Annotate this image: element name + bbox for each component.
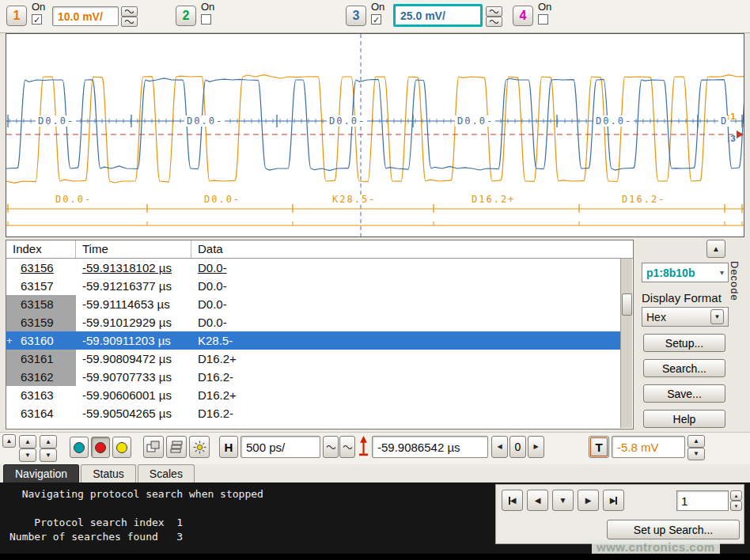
- search-index-input[interactable]: [676, 490, 729, 511]
- zero-position-button[interactable]: 0: [509, 436, 526, 458]
- cell-index[interactable]: 63163: [6, 386, 76, 404]
- cell-data[interactable]: D16.2-: [191, 368, 621, 386]
- cell-data[interactable]: D16.2-: [191, 404, 621, 422]
- channel-2-button[interactable]: 2: [176, 6, 196, 26]
- cell-index[interactable]: 63156: [6, 259, 76, 277]
- table-scrollbar[interactable]: [620, 259, 632, 428]
- cell-time[interactable]: -59.91216377 µs: [76, 277, 191, 295]
- trigger-level-value[interactable]: -5.8 mV: [612, 436, 685, 458]
- search-button[interactable]: Search...: [643, 359, 725, 377]
- cell-index[interactable]: 63157: [6, 277, 76, 295]
- channel-1-on-checkbox[interactable]: ✓: [32, 14, 42, 25]
- channel-4-on-checkbox[interactable]: [538, 14, 548, 25]
- channel-3-scale-down-button[interactable]: [486, 17, 502, 27]
- column-header-index[interactable]: Index: [6, 240, 76, 258]
- layers-button[interactable]: [166, 436, 187, 458]
- channel-3-scale-value[interactable]: 25.0 mV/: [393, 4, 483, 27]
- cell-index[interactable]: 63159: [6, 313, 76, 331]
- cell-index[interactable]: 63158: [6, 295, 76, 313]
- table-row[interactable]: 63158-59.91114653 µsD0.0-: [6, 295, 621, 313]
- single-button[interactable]: [112, 437, 131, 458]
- cell-data[interactable]: D16.2+: [191, 386, 621, 404]
- cell-data[interactable]: D0.0-: [191, 259, 621, 277]
- search-down-button[interactable]: ▼: [552, 490, 574, 511]
- set-up-search-button[interactable]: Set up Search...: [607, 520, 740, 539]
- waveform-display[interactable]: D0.0-D0.0-D0.0-D0.0-D0.0-DD0.0-D0.0-K28.…: [6, 33, 744, 237]
- search-first-button[interactable]: ◀: [502, 490, 523, 511]
- horizontal-position-value[interactable]: -59.9086542 µs: [372, 436, 488, 458]
- search-prev-button[interactable]: ◀: [527, 490, 548, 511]
- table-row[interactable]: 63159-59.91012929 µsD0.0-: [6, 313, 621, 331]
- sine-icon: [123, 8, 135, 15]
- index-down-button[interactable]: ▼: [730, 501, 742, 511]
- cell-data[interactable]: D0.0-: [191, 277, 621, 295]
- trigger-level-up-button[interactable]: ▲: [688, 435, 705, 448]
- save-button[interactable]: Save...: [643, 384, 725, 403]
- table-row[interactable]: 63161-59.90809472 µsD16.2+: [6, 350, 621, 368]
- step-left-button[interactable]: ◀: [491, 436, 508, 458]
- channel-3-button[interactable]: 3: [346, 6, 366, 26]
- decode-collapse-button[interactable]: ▲: [706, 240, 725, 258]
- table-row[interactable]: 63163-59.90606001 µsD16.2+: [6, 386, 621, 404]
- channel-1-scale-value[interactable]: 10.0 mV/: [52, 6, 119, 26]
- scrollbar-thumb[interactable]: [622, 293, 632, 316]
- adjust-up-button[interactable]: ▲: [19, 435, 36, 448]
- stop-button[interactable]: [91, 437, 110, 458]
- channel-3-on-checkbox[interactable]: ✓: [371, 14, 381, 25]
- timebase-zoom-in-button[interactable]: [339, 436, 355, 458]
- cell-time[interactable]: -59.91012929 µs: [76, 313, 191, 331]
- search-next-button[interactable]: ▶: [578, 490, 599, 511]
- adjust-down-button[interactable]: ▼: [40, 448, 57, 462]
- step-right-button[interactable]: ▶: [528, 436, 544, 458]
- column-header-data[interactable]: Data: [191, 240, 633, 258]
- table-row[interactable]: 63162-59.90707733 µsD16.2-: [6, 368, 621, 386]
- table-row[interactable]: 63156-59.91318102 µsD0.0-: [6, 259, 621, 277]
- cell-index[interactable]: 63162: [6, 368, 76, 386]
- pan-up-button[interactable]: ▲: [2, 434, 16, 448]
- channel-2-on-checkbox[interactable]: [201, 14, 211, 25]
- tab-scales[interactable]: Scales: [138, 464, 195, 482]
- cell-time[interactable]: -59.91114653 µs: [76, 295, 191, 313]
- tab-status[interactable]: Status: [81, 464, 136, 482]
- cell-index[interactable]: 63160: [6, 331, 76, 350]
- help-button[interactable]: Help: [643, 410, 725, 428]
- cell-data[interactable]: D0.0-: [191, 313, 621, 331]
- cell-index[interactable]: 63164: [6, 404, 76, 422]
- horizontal-scale-button[interactable]: H: [219, 436, 238, 458]
- trigger-level-down-button[interactable]: ▼: [688, 448, 705, 460]
- table-row[interactable]: 63164-59.90504265 µsD16.2-: [6, 404, 621, 422]
- display-format-dropdown[interactable]: Hex ▼: [642, 307, 729, 327]
- cell-time[interactable]: -59.90606001 µs: [76, 386, 191, 404]
- cell-data[interactable]: D0.0-: [191, 295, 621, 313]
- cell-time[interactable]: -59.90911203 µs: [76, 331, 191, 350]
- cell-data[interactable]: K28.5-: [191, 331, 621, 350]
- brightness-button[interactable]: [189, 436, 210, 458]
- column-header-time[interactable]: Time: [76, 240, 191, 258]
- timebase-scale-value[interactable]: 500 ps/: [241, 436, 320, 458]
- channel-1-button[interactable]: 1: [6, 6, 27, 26]
- setup-button[interactable]: Setup...: [643, 334, 725, 352]
- run-button[interactable]: [70, 437, 89, 458]
- decode-tab-label[interactable]: Decode: [729, 261, 741, 301]
- cell-time[interactable]: -59.90504265 µs: [76, 404, 191, 422]
- cell-time[interactable]: -59.91318102 µs: [76, 259, 191, 277]
- search-last-button[interactable]: ▶: [603, 490, 624, 511]
- cell-time[interactable]: -59.90707733 µs: [76, 368, 191, 386]
- index-up-button[interactable]: ▲: [730, 490, 742, 501]
- adjust-up-button[interactable]: ▲: [40, 435, 57, 448]
- cell-index[interactable]: 63161: [6, 350, 76, 368]
- channel-1-scale-up-button[interactable]: [121, 6, 138, 17]
- cell-data[interactable]: D16.2+: [191, 350, 621, 368]
- decode-source-dropdown[interactable]: p1:8b10b ▾: [642, 263, 729, 282]
- channel-3-scale-up-button[interactable]: [486, 6, 502, 17]
- adjust-down-button[interactable]: ▼: [19, 448, 36, 462]
- tab-navigation[interactable]: Navigation: [3, 464, 79, 482]
- table-row[interactable]: +63160-59.90911203 µsK28.5-: [6, 331, 621, 350]
- display-mode-button[interactable]: [143, 436, 164, 458]
- timebase-zoom-out-button[interactable]: [323, 436, 339, 458]
- trigger-button[interactable]: T: [589, 436, 609, 458]
- cell-time[interactable]: -59.90809472 µs: [76, 350, 191, 368]
- channel-4-button[interactable]: 4: [513, 6, 533, 26]
- table-row[interactable]: 63157-59.91216377 µsD0.0-: [6, 277, 621, 295]
- channel-1-scale-down-button[interactable]: [121, 17, 138, 27]
